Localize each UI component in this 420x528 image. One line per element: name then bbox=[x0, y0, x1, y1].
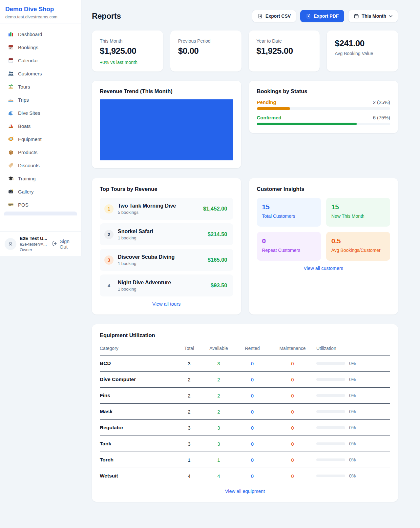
status-row-pending: Pending 2 (25%) bbox=[257, 99, 390, 110]
revenue-trend-chart bbox=[100, 99, 233, 160]
tour-bookings: 1 booking bbox=[118, 287, 206, 292]
sidebar: Demo Dive Shop demo.test.divestreams.com… bbox=[0, 0, 81, 256]
progress-fill bbox=[257, 123, 357, 125]
page-title: Reports bbox=[92, 11, 121, 21]
column-header-utilization: Utilization bbox=[316, 343, 390, 355]
column-header-category: Category bbox=[100, 343, 177, 355]
sidebar-item-trips[interactable]: Trips bbox=[4, 93, 77, 106]
top-tours-card: Top Tours by Revenue 1 Two Tank Morning … bbox=[92, 178, 241, 315]
utilization-percent: 0% bbox=[349, 361, 356, 366]
cell-rented: 0 bbox=[236, 452, 269, 468]
tour-name: Night Dive Adventure bbox=[118, 280, 206, 286]
utilization-bar bbox=[316, 362, 345, 365]
cell-maintenance: 0 bbox=[269, 404, 316, 420]
cell-maintenance: 0 bbox=[269, 436, 316, 452]
stat-value: $241.00 bbox=[335, 38, 390, 49]
export-pdf-button[interactable]: Export PDF bbox=[300, 10, 344, 22]
period-dropdown[interactable]: This Month bbox=[348, 10, 398, 22]
customer-insights-title: Customer Insights bbox=[257, 186, 390, 192]
period-label: This Month bbox=[362, 13, 386, 19]
tile-label: New This Month bbox=[331, 213, 385, 219]
view-all-customers-link[interactable]: View all customers bbox=[257, 266, 390, 271]
sidebar-item-label: Equipment bbox=[18, 136, 42, 142]
cell-rented: 0 bbox=[236, 420, 269, 436]
sidebar-item-equipment[interactable]: Equipment bbox=[4, 133, 77, 145]
cell-available: 3 bbox=[201, 420, 236, 436]
status-count: 6 (75%) bbox=[373, 115, 390, 120]
utilization-bar bbox=[316, 394, 345, 397]
rank-badge: 4 bbox=[104, 281, 114, 290]
cell-rented: 0 bbox=[236, 388, 269, 404]
bookings-by-status-card: Bookings by Status Pending 2 (25%) Confi… bbox=[249, 81, 398, 133]
tour-list: 1 Two Tank Morning Dive 5 bookings $1,45… bbox=[100, 198, 233, 296]
sidebar-nav: Dashboard Bookings Calendar Customers To… bbox=[0, 24, 81, 232]
tile-label: Total Customers bbox=[262, 213, 316, 219]
user-email: e2e-tester@... bbox=[20, 242, 49, 247]
sidebar-item-dive-sites[interactable]: Dive Sites bbox=[4, 107, 77, 119]
column-header-maintenance: Maintenance bbox=[269, 343, 316, 355]
table-row: Dive Computer 2 2 0 0 0% bbox=[100, 372, 390, 388]
sidebar-item-training[interactable]: Training bbox=[4, 172, 77, 185]
table-row: Fins 2 2 0 0 0% bbox=[100, 388, 390, 404]
sidebar-item-label: Tours bbox=[18, 84, 30, 90]
sidebar-item-discounts[interactable]: Discounts bbox=[4, 159, 77, 172]
tour-row[interactable]: 2 Snorkel Safari 1 booking $214.50 bbox=[100, 223, 233, 245]
table-row: Torch 1 1 0 0 0% bbox=[100, 452, 390, 468]
sign-out-label: Sign Out bbox=[60, 238, 76, 250]
utilization-percent: 0% bbox=[349, 377, 356, 382]
cell-available: 1 bbox=[201, 452, 236, 468]
insights-row: Top Tours by Revenue 1 Two Tank Morning … bbox=[92, 178, 398, 315]
rank-badge: 1 bbox=[104, 204, 114, 213]
utilization-percent: 0% bbox=[349, 409, 356, 414]
cell-available: 3 bbox=[201, 436, 236, 452]
tour-row[interactable]: 4 Night Dive Adventure 1 booking $93.50 bbox=[100, 274, 233, 296]
sidebar-item-tours[interactable]: Tours bbox=[4, 80, 77, 93]
stat-label: Year to Date bbox=[257, 38, 312, 44]
column-header-available: Available bbox=[201, 343, 236, 355]
stat-card-year-to-date: Year to Date $1,925.00 bbox=[249, 30, 320, 71]
cell-rented: 0 bbox=[236, 468, 269, 484]
view-all-tours-link[interactable]: View all tours bbox=[100, 301, 233, 307]
sidebar-item-gallery[interactable]: Gallery bbox=[4, 185, 77, 198]
tile-value: 15 bbox=[262, 203, 316, 211]
sidebar-item-customers[interactable]: Customers bbox=[4, 67, 77, 80]
sign-out-button[interactable]: Sign Out bbox=[52, 238, 76, 250]
tile-avg-bookings-customer: 0.5 Avg Bookings/Customer bbox=[326, 232, 390, 261]
cell-total: 1 bbox=[177, 452, 201, 468]
cell-category: Dive Computer bbox=[100, 372, 177, 388]
bookings-icon bbox=[8, 44, 14, 50]
tour-row[interactable]: 3 Discover Scuba Diving 1 booking $165.0… bbox=[100, 249, 233, 271]
sidebar-item-boats[interactable]: Boats bbox=[4, 120, 77, 132]
sidebar-item-label: Dashboard bbox=[18, 31, 42, 37]
stat-card-this-month: This Month $1,925.00 +0% vs last month bbox=[92, 30, 163, 71]
rank-badge: 2 bbox=[104, 230, 114, 239]
tile-label: Avg Bookings/Customer bbox=[331, 248, 385, 253]
customers-icon bbox=[8, 71, 14, 76]
cell-rented: 0 bbox=[236, 404, 269, 420]
avatar bbox=[5, 238, 16, 250]
cell-maintenance: 0 bbox=[269, 372, 316, 388]
sidebar-item-dashboard[interactable]: Dashboard bbox=[4, 28, 77, 40]
utilization-bar bbox=[316, 378, 345, 381]
tour-row[interactable]: 1 Two Tank Morning Dive 5 bookings $1,45… bbox=[100, 198, 233, 220]
export-csv-button[interactable]: Export CSV bbox=[252, 10, 296, 22]
sidebar-item-pos[interactable]: POS bbox=[4, 198, 77, 211]
sidebar-item-products[interactable]: Products bbox=[4, 146, 77, 158]
cell-maintenance: 0 bbox=[269, 452, 316, 468]
view-all-equipment-link[interactable]: View all equipment bbox=[100, 489, 390, 494]
sidebar-item-bookings[interactable]: Bookings bbox=[4, 41, 77, 53]
sidebar-item-calendar[interactable]: Calendar bbox=[4, 54, 77, 67]
utilization-bar bbox=[316, 475, 345, 477]
file-download-icon bbox=[306, 13, 311, 19]
equipment-utilization-card: Equipment Utilization Category Total Ava… bbox=[92, 324, 398, 502]
utilization-percent: 0% bbox=[349, 393, 356, 398]
utilization-bar bbox=[316, 410, 345, 413]
sidebar-item-reports-partial[interactable] bbox=[4, 212, 77, 215]
stats-row: This Month $1,925.00 +0% vs last month P… bbox=[92, 30, 398, 71]
export-csv-label: Export CSV bbox=[265, 13, 291, 19]
equipment-utilization-title: Equipment Utilization bbox=[100, 332, 390, 338]
stat-label: Avg Booking Value bbox=[335, 51, 390, 56]
utilization-percent: 0% bbox=[349, 425, 356, 430]
sidebar-item-label: Customers bbox=[18, 71, 42, 76]
sidebar-item-label: Products bbox=[18, 150, 37, 155]
